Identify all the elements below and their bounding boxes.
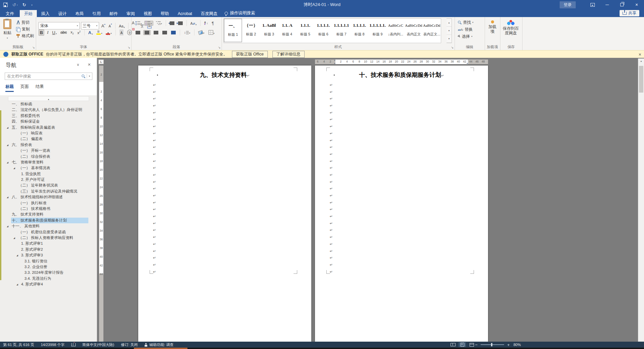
style-item[interactable]: AaBbCcC↓表内列... — [387, 19, 405, 42]
font-size-combobox[interactable]: 三号▾ — [81, 22, 99, 29]
nav-heading-item[interactable]: 三、 授权委托书 — [0, 113, 88, 119]
expand-collapse-icon[interactable]: ◢ — [7, 159, 8, 165]
nav-heading-item[interactable]: 四、 投标保证金 — [0, 119, 88, 124]
italic-button[interactable]: I — [46, 29, 49, 35]
style-item[interactable]: 1.1.1.1.1.标题 9 — [369, 19, 387, 42]
ribbon-tab-百度网盘[interactable]: 百度网盘 — [196, 10, 222, 18]
get-genuine-office-button[interactable]: 获取正版 Office — [232, 51, 267, 58]
align-left-button[interactable] — [135, 30, 141, 35]
gallery-down-icon[interactable]: ▼ — [447, 27, 452, 35]
dialog-launcher-icon[interactable]: ↘ — [218, 46, 221, 49]
distribute-button[interactable] — [170, 30, 177, 35]
ribbon-display-options-icon[interactable] — [585, 0, 600, 9]
track-changes-status[interactable]: 修订: 关闭 — [121, 342, 138, 347]
numbering-button[interactable]: ▾ — [144, 21, 153, 26]
decrease-indent-button[interactable] — [169, 21, 175, 25]
ribbon-tab-帮助[interactable]: 帮助 — [156, 10, 173, 18]
nav-heading-item[interactable]: 3.2. 企业信誉 — [0, 264, 88, 270]
nav-heading-item[interactable]: （二） 近年财务状况表 — [0, 183, 88, 188]
find-button[interactable]: 查找▾ — [458, 19, 473, 25]
ribbon-tab-Acrobat[interactable]: Acrobat — [173, 10, 196, 18]
search-input[interactable] — [5, 74, 82, 79]
page-number-status[interactable]: 第 61 页, 共 616 页 — [3, 342, 34, 347]
style-item[interactable]: 1.1.1.1.标题 6 — [314, 19, 332, 42]
expand-collapse-icon[interactable]: ◢ — [16, 252, 18, 258]
font-name-combobox[interactable]: 宋体▾ — [38, 22, 80, 29]
ribbon-tab-邮件[interactable]: 邮件 — [105, 10, 122, 18]
nav-heading-item[interactable]: （一） 响应表 — [0, 130, 88, 136]
word-count-status[interactable]: 14/23998 个字 — [41, 342, 65, 347]
style-item[interactable]: 1.1.1.1.标题 8 — [350, 19, 369, 42]
ribbon-tab-布局[interactable]: 布局 — [71, 10, 88, 18]
dialog-launcher-icon[interactable]: ↘ — [451, 46, 454, 49]
scrollbar-thumb[interactable] — [639, 66, 643, 93]
read-mode-button[interactable] — [449, 342, 457, 347]
nav-heading-item[interactable]: 2. 形式评审2 — [0, 247, 88, 252]
nav-heading-item[interactable]: ◢3. 形式评审3 — [0, 252, 88, 258]
nav-heading-item[interactable]: 2. 开户许可证 — [0, 177, 88, 183]
nav-heading-item[interactable]: （二） 技术规格书 — [0, 206, 88, 212]
ribbon-tab-设计[interactable]: 设计 — [54, 10, 71, 18]
style-item[interactable]: AaBbCcDdE表内正文 — [405, 19, 423, 42]
expand-collapse-icon[interactable]: ◢ — [13, 165, 15, 171]
show-formatting-marks-button[interactable] — [211, 20, 215, 26]
nav-heading-item[interactable]: 1. 营业执照 — [0, 171, 88, 177]
nav-heading-item[interactable]: （二） 偏差表 — [0, 136, 88, 142]
print-layout-button[interactable] — [459, 342, 466, 347]
sign-in-button[interactable]: 登录 — [560, 1, 576, 8]
tab-stop-selector[interactable]: L — [98, 60, 104, 64]
dialog-launcher-icon[interactable]: ↘ — [128, 46, 130, 49]
expand-collapse-icon[interactable]: ◢ — [7, 125, 8, 130]
horizontal-ruler[interactable]: ▼ ▲ ▲ 6422468101214161820222426283032343… — [315, 60, 488, 64]
underline-button[interactable]: U▾ — [51, 30, 58, 35]
nav-pane-chevron-icon[interactable]: ∨ — [77, 63, 79, 67]
hanging-indent-marker[interactable]: ▲ — [334, 62, 336, 64]
nav-heading-item[interactable]: ◢五、 投标响应表及偏差表 — [0, 125, 88, 130]
nav-heading-item[interactable]: ◢（二） 投标人资格要求响应资料 — [0, 235, 88, 241]
spell-check-status[interactable] — [71, 343, 76, 346]
style-item[interactable]: （一）标题 2 — [242, 19, 260, 42]
nav-heading-item[interactable]: 1. 形式评审1 — [0, 241, 88, 246]
borders-button[interactable]: ▾ — [208, 30, 216, 35]
ribbon-tab-引用[interactable]: 引用 — [88, 10, 105, 18]
strikethrough-button[interactable]: abc — [59, 30, 68, 35]
nav-heading-item[interactable]: ◢（一） 基本情况表 — [0, 165, 88, 171]
right-indent-marker[interactable]: ▲ — [466, 62, 468, 64]
nav-pane-close-icon[interactable]: × — [88, 62, 91, 67]
close-message-bar-icon[interactable]: × — [639, 52, 641, 57]
ribbon-tab-审阅[interactable]: 审阅 — [122, 10, 139, 18]
format-painter-button[interactable]: 格式刷 — [16, 33, 34, 39]
close-button[interactable]: × — [629, 0, 644, 9]
zoom-in-button[interactable]: + — [507, 342, 510, 347]
nav-heading-item[interactable]: ◢4. 形式评审4 — [0, 281, 88, 287]
share-button[interactable]: 共享 — [620, 10, 639, 16]
restore-button[interactable] — [615, 0, 629, 9]
nav-heading-item[interactable]: （一） 开标一览表 — [0, 148, 88, 153]
expand-collapse-icon[interactable]: ◢ — [13, 235, 15, 241]
style-item[interactable]: 一、标题 1 — [224, 19, 242, 42]
zoom-percentage[interactable]: 80% — [513, 343, 521, 347]
first-line-indent-marker[interactable]: ▼ — [334, 60, 336, 62]
web-layout-button[interactable] — [468, 342, 475, 347]
ribbon-tab-开始[interactable]: 开始 — [20, 10, 37, 18]
copy-button[interactable]: 复制 — [16, 26, 34, 32]
ribbon-tab-插入[interactable]: 插入 — [37, 10, 54, 18]
style-item[interactable]: 1.1.1.1.1标题 7 — [332, 19, 350, 42]
chevron-down-icon[interactable]: ▾ — [87, 74, 90, 79]
nav-heading-item[interactable]: ◢六、 报价表 — [0, 142, 88, 148]
style-item[interactable]: 1. AaBl标题 3 — [260, 19, 278, 42]
shrink-font-button[interactable] — [107, 22, 113, 29]
nav-heading-item[interactable]: 3.3. 2024年度审计报告 — [0, 270, 88, 275]
cut-button[interactable]: 剪切 — [16, 19, 34, 25]
expand-collapse-icon[interactable]: ◢ — [16, 281, 18, 287]
accessibility-status[interactable]: 辅助功能: 调查 — [144, 342, 173, 347]
nav-tab-结果[interactable]: 结果 — [35, 84, 44, 92]
gallery-up-icon[interactable]: ▲ — [447, 19, 452, 27]
shading-button[interactable]: ▾ — [197, 30, 205, 35]
tell-me-search[interactable]: 操作说明搜索 — [225, 9, 255, 17]
gallery-more-icon[interactable]: ▼ — [447, 35, 452, 43]
nav-heading-item[interactable]: 3.1. 银行资信 — [0, 258, 88, 264]
bold-button[interactable]: B — [38, 29, 44, 36]
align-center-button[interactable] — [143, 30, 151, 35]
nav-heading-item[interactable]: 一、 投标函 — [0, 101, 88, 107]
